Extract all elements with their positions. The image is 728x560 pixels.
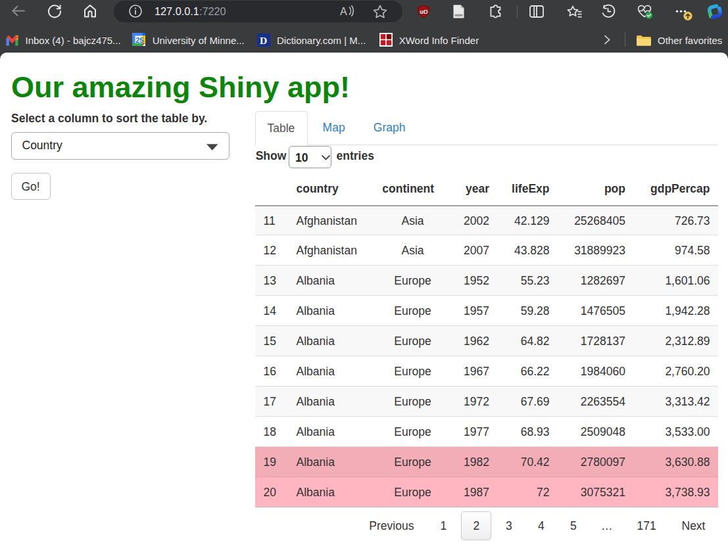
svg-text:uO: uO: [420, 8, 428, 14]
svg-text:D: D: [260, 35, 267, 46]
svg-text:A: A: [340, 6, 347, 17]
svg-text:25: 25: [135, 36, 143, 44]
